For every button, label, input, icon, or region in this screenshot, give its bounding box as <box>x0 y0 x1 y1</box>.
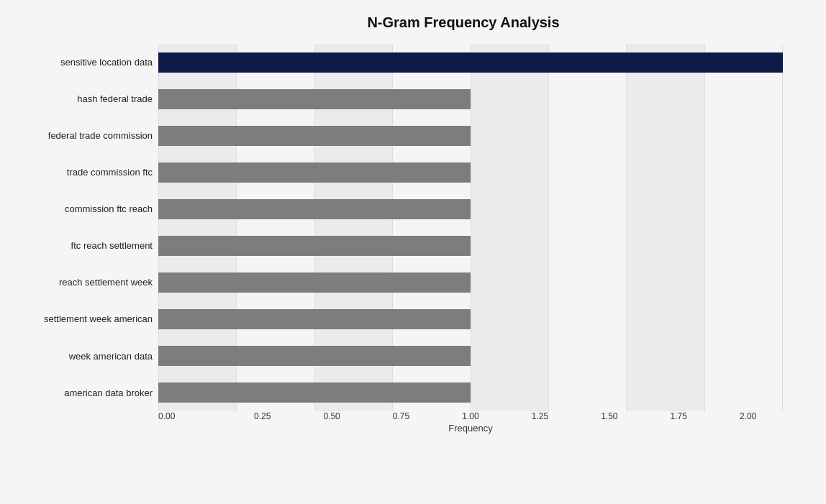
bar <box>158 89 471 109</box>
bar <box>158 382 471 403</box>
y-labels: sensitive location datahash federal trad… <box>14 44 158 433</box>
bar <box>158 126 471 146</box>
bar-row <box>158 343 783 369</box>
chart-title: N-Gram Frequency Analysis <box>14 14 783 31</box>
bar <box>158 272 471 293</box>
bar <box>158 346 471 366</box>
y-label: commission ftc reach <box>14 203 153 215</box>
bar <box>158 199 471 219</box>
grid-and-bars: 0.000.250.500.751.001.251.501.752.00 Fre… <box>158 44 783 433</box>
y-label: reach settlement week <box>14 277 153 288</box>
bars-wrapper <box>158 44 783 433</box>
y-label: federal trade commission <box>14 130 153 142</box>
y-label: american data broker <box>14 388 153 399</box>
bar-row <box>158 306 783 332</box>
bar-row <box>158 380 783 406</box>
bar <box>158 162 471 183</box>
y-label: settlement week american <box>14 313 153 325</box>
bar-row <box>158 86 783 112</box>
y-label: week american data <box>14 351 153 362</box>
bar-row <box>158 233 783 259</box>
bar <box>158 52 783 73</box>
plot-area: 0.000.250.500.751.001.251.501.752.00 Fre… <box>158 44 783 433</box>
bar-row <box>158 50 783 75</box>
bar-row <box>158 196 783 222</box>
bar <box>158 236 471 256</box>
chart-area: sensitive location datahash federal trad… <box>14 44 783 433</box>
y-label: trade commission ftc <box>14 167 153 178</box>
bar-row <box>158 270 783 295</box>
y-label: ftc reach settlement <box>14 240 153 252</box>
chart-container: N-Gram Frequency Analysis sensitive loca… <box>0 0 826 504</box>
bar-row <box>158 160 783 185</box>
y-label: sensitive location data <box>14 57 153 68</box>
bar-row <box>158 123 783 149</box>
bar <box>158 309 471 329</box>
y-label: hash federal trade <box>14 93 153 105</box>
